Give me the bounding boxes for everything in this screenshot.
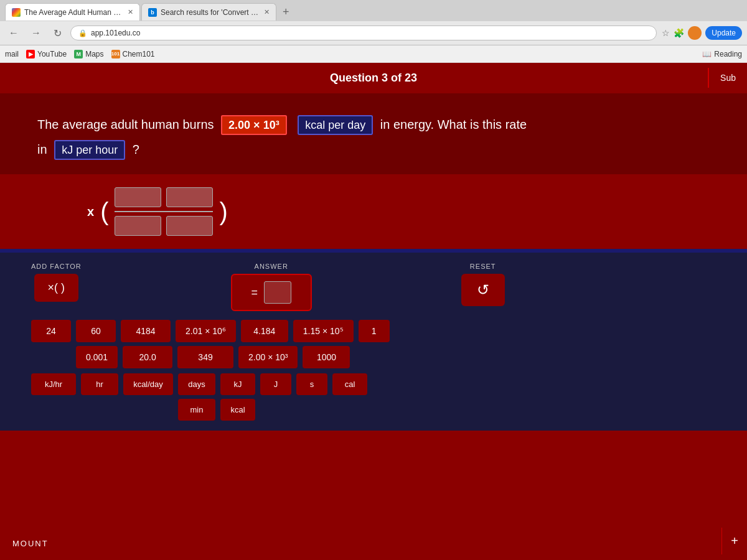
calc-top-row: ADD FACTOR ×( ) ANSWER = RESET ↺ — [31, 263, 716, 311]
answer-label: ANSWER — [255, 263, 288, 270]
unit-row-1: kJ/hr hr kcal/day days kJ J s cal — [31, 373, 716, 395]
value-highlight: 2.00 × 10³ — [221, 115, 287, 135]
spacer-u2 — [81, 399, 118, 421]
spacer-1 — [31, 346, 71, 368]
text-middle: in energy. What is this rate — [380, 118, 527, 131]
bookmark-maps[interactable]: M Maps — [74, 50, 103, 58]
update-button[interactable]: Update — [705, 26, 742, 40]
answer-eq: = — [251, 286, 258, 299]
frac-top-row — [115, 187, 213, 207]
btn-kjhr[interactable]: kJ/hr — [31, 373, 76, 395]
btn-2-01e6[interactable]: 2.01 × 10⁶ — [176, 320, 236, 342]
btn-s[interactable]: s — [296, 373, 327, 395]
chem101-icon: 101 — [111, 50, 120, 58]
btn-2e3[interactable]: 2.00 × 10³ — [238, 346, 298, 368]
frac-top-right[interactable] — [166, 187, 213, 207]
bookmark-youtube[interactable]: ▶ YouTube — [26, 50, 67, 58]
maps-label: Maps — [85, 50, 103, 58]
reset-section: RESET ↺ — [461, 263, 505, 306]
frac-divider — [115, 211, 213, 212]
add-factor-label: ADD FACTOR — [31, 263, 82, 270]
reading-label: Reading — [714, 50, 742, 58]
back-button[interactable]: ← — [5, 26, 22, 40]
answer-box — [264, 281, 291, 304]
btn-kcal[interactable]: kcal — [220, 399, 255, 421]
btn-min[interactable]: min — [178, 399, 215, 421]
profile-button[interactable] — [688, 26, 702, 40]
number-row-2: 0.001 20.0 349 2.00 × 10³ 1000 — [31, 346, 716, 368]
bookmark-chem101[interactable]: 101 Chem101 — [111, 50, 155, 58]
youtube-label: YouTube — [37, 50, 67, 58]
plus-button[interactable]: + — [721, 528, 747, 554]
tab2-close[interactable]: ✕ — [264, 8, 270, 16]
btn-4-184[interactable]: 4.184 — [241, 320, 288, 342]
maps-icon: M — [74, 50, 83, 58]
tab1-favicon — [12, 8, 21, 17]
text-before: The average adult human burns — [37, 118, 214, 131]
btn-24[interactable]: 24 — [31, 320, 71, 342]
add-factor-button[interactable]: ×( ) — [34, 274, 79, 302]
address-bar-row: ← → ↻ 🔒 app.101edu.co ☆ 🧩 Update — [0, 21, 747, 45]
x-label: x — [87, 205, 94, 219]
frac-bottom-row — [115, 216, 213, 236]
spacer-u1 — [31, 399, 76, 421]
reset-button[interactable]: ↺ — [461, 274, 505, 306]
btn-1[interactable]: 1 — [359, 320, 390, 342]
tab1-label: The Average Adult Human Burr — [24, 8, 124, 17]
btn-kj[interactable]: kJ — [220, 373, 255, 395]
new-tab-button[interactable]: + — [278, 6, 294, 19]
browser-actions: ☆ 🧩 Update — [662, 26, 742, 40]
tab2-label: Search results for 'Convert 3.2 — [161, 8, 260, 17]
reading-icon: 📖 — [702, 50, 712, 58]
work-area: x ( ) MOUNT — [0, 174, 747, 249]
unit-row-2: min kcal — [31, 399, 716, 421]
answer-section: ANSWER = — [231, 263, 312, 311]
btn-0001[interactable]: 0.001 — [76, 346, 118, 368]
btn-1000[interactable]: 1000 — [303, 346, 350, 368]
paren-open: ( — [100, 199, 108, 224]
btn-60[interactable]: 60 — [76, 320, 116, 342]
mount-label: MOUNT — [12, 539, 49, 548]
fraction-boxes — [115, 187, 213, 236]
browser-chrome: The Average Adult Human Burr ✕ b Search … — [0, 0, 747, 45]
add-factor-section: ADD FACTOR ×( ) — [31, 263, 82, 302]
frac-top-left[interactable] — [115, 187, 161, 207]
btn-4184[interactable]: 4184 — [121, 320, 171, 342]
frac-bottom-right[interactable] — [166, 216, 213, 236]
question-text: The average adult human burns 2.00 × 10³… — [37, 112, 710, 137]
mail-label: mail — [5, 50, 19, 58]
calculator-area: ADD FACTOR ×( ) ANSWER = RESET ↺ 24 60 4… — [0, 253, 747, 431]
forward-button[interactable]: → — [27, 26, 45, 40]
address-lock: 🔒 — [78, 29, 87, 37]
number-row-1: 24 60 4184 2.01 × 10⁶ 4.184 1.15 × 10⁵ 1 — [31, 320, 716, 342]
tab-2[interactable]: b Search results for 'Convert 3.2 ✕ — [141, 3, 276, 21]
tab1-close[interactable]: ✕ — [128, 8, 133, 16]
refresh-button[interactable]: ↻ — [50, 26, 65, 40]
extensions-button[interactable]: 🧩 — [674, 28, 684, 38]
page-content: Question 3 of 23 Sub The average adult h… — [0, 63, 747, 560]
fraction-display: x ( ) — [87, 187, 228, 236]
btn-cal[interactable]: cal — [332, 373, 367, 395]
address-bar[interactable]: 🔒 app.101edu.co — [70, 26, 657, 40]
btn-days[interactable]: days — [178, 373, 215, 395]
btn-j[interactable]: J — [260, 373, 291, 395]
btn-hr[interactable]: hr — [81, 373, 118, 395]
chem101-label: Chem101 — [123, 50, 155, 58]
star-button[interactable]: ☆ — [662, 28, 670, 38]
youtube-icon: ▶ — [26, 50, 35, 58]
btn-1-15e5[interactable]: 1.15 × 10⁵ — [293, 320, 354, 342]
unit2-highlight: kJ per hour — [54, 140, 125, 160]
bookmark-mail[interactable]: mail — [5, 50, 19, 58]
sub-button[interactable]: Sub — [708, 68, 747, 88]
btn-349[interactable]: 349 — [177, 346, 233, 368]
reset-label: RESET — [470, 263, 496, 270]
plus-label: + — [731, 534, 738, 548]
tab-1[interactable]: The Average Adult Human Burr ✕ — [5, 3, 140, 21]
bookmarks-bar: mail ▶ YouTube M Maps 101 Chem101 📖 Read… — [0, 45, 747, 63]
frac-bottom-left[interactable] — [115, 216, 161, 236]
btn-20[interactable]: 20.0 — [123, 346, 172, 368]
btn-kcalday[interactable]: kcal/day — [123, 373, 173, 395]
unit-highlight: kcal per day — [298, 115, 373, 135]
paren-close: ) — [219, 199, 227, 224]
sub-container: Sub — [708, 68, 747, 88]
